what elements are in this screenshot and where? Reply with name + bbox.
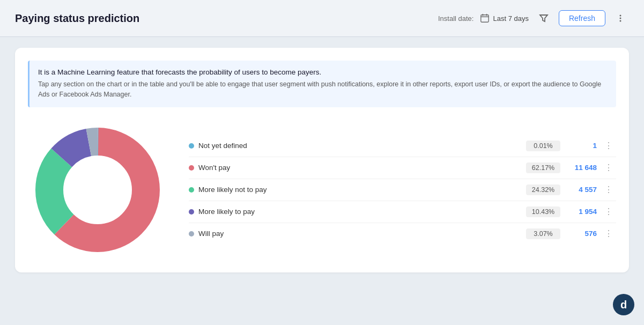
header-more-button[interactable] <box>612 10 629 27</box>
info-box-title: It is a Machine Learning feature that fo… <box>38 68 608 76</box>
legend-row-notyetdefined[interactable]: Not yet defined 0.01% 1 ⋮ <box>189 135 616 157</box>
legend-label-morelikelynottopay: More likely not to pay <box>198 186 522 194</box>
date-range-badge[interactable]: Last 7 days <box>480 13 529 23</box>
svg-marker-4 <box>540 15 547 21</box>
more-vertical-icon <box>616 13 625 23</box>
donut-hole <box>65 158 130 222</box>
legend-pct-notyetdefined: 0.01% <box>526 141 560 151</box>
legend-label-wontpay: Won't pay <box>198 164 522 172</box>
legend-row-willpay[interactable]: Will pay 3.07% 576 ⋮ <box>189 223 616 245</box>
legend-label-notyetdefined: Not yet defined <box>198 142 522 150</box>
legend-more-notyetdefined[interactable]: ⋮ <box>601 141 616 151</box>
filter-icon <box>538 13 549 24</box>
legend-count-morelikelynottopay: 4 557 <box>565 186 597 194</box>
app-logo: d <box>613 294 634 315</box>
legend-count-wontpay: 11 648 <box>565 164 597 172</box>
legend-row-morelikelytopay[interactable]: More likely to pay 10.43% 1 954 ⋮ <box>189 201 616 223</box>
legend-row-morelikelynottopay[interactable]: More likely not to pay 24.32% 4 557 ⋮ <box>189 179 616 201</box>
svg-point-5 <box>620 15 621 17</box>
legend-pct-wontpay: 62.17% <box>526 162 560 173</box>
donut-chart[interactable] <box>28 120 167 260</box>
svg-point-6 <box>620 18 621 19</box>
main-card: It is a Machine Learning feature that fo… <box>15 48 629 272</box>
svg-rect-0 <box>481 15 488 23</box>
legend-pct-willpay: 3.07% <box>526 228 560 239</box>
svg-point-7 <box>620 20 621 22</box>
chart-section: Not yet defined 0.01% 1 ⋮ Won't pay 62.1… <box>28 120 616 260</box>
calendar-icon <box>480 13 490 23</box>
legend-more-morelikelytopay[interactable]: ⋮ <box>601 206 616 217</box>
legend-dot-morelikelytopay <box>189 209 194 215</box>
legend-count-morelikelytopay: 1 954 <box>565 208 597 216</box>
legend-dot-wontpay <box>189 165 194 171</box>
refresh-button[interactable]: Refresh <box>559 10 605 26</box>
legend-label-morelikelytopay: More likely to pay <box>198 208 522 216</box>
donut-svg <box>28 120 167 260</box>
legend-pct-morelikelynottopay: 24.32% <box>526 184 560 195</box>
header: Paying status prediction Install date: L… <box>0 0 644 36</box>
legend-dot-morelikelynottopay <box>189 187 194 193</box>
header-controls: Install date: Last 7 days Refresh <box>438 10 629 27</box>
info-box: It is a Machine Learning feature that fo… <box>28 61 616 107</box>
legend-count-willpay: 576 <box>565 230 597 238</box>
date-range-text: Last 7 days <box>493 14 529 23</box>
legend-pct-morelikelytopay: 10.43% <box>526 206 560 217</box>
legend-more-wontpay[interactable]: ⋮ <box>601 162 616 173</box>
legend-more-morelikelynottopay[interactable]: ⋮ <box>601 184 616 195</box>
main-content: It is a Machine Learning feature that fo… <box>0 37 644 325</box>
legend-more-willpay[interactable]: ⋮ <box>601 228 616 239</box>
filter-button[interactable] <box>535 10 552 27</box>
legend-table: Not yet defined 0.01% 1 ⋮ Won't pay 62.1… <box>189 135 616 245</box>
info-box-description: Tap any section on the chart or in the t… <box>38 79 608 100</box>
legend-row-wontpay[interactable]: Won't pay 62.17% 11 648 ⋮ <box>189 157 616 179</box>
legend-dot-willpay <box>189 231 194 237</box>
legend-count-notyetdefined: 1 <box>565 142 597 150</box>
legend-dot-notyetdefined <box>189 143 194 149</box>
page-title: Paying status prediction <box>15 12 139 25</box>
install-date-label: Install date: <box>438 14 474 23</box>
legend-label-willpay: Will pay <box>198 230 522 238</box>
